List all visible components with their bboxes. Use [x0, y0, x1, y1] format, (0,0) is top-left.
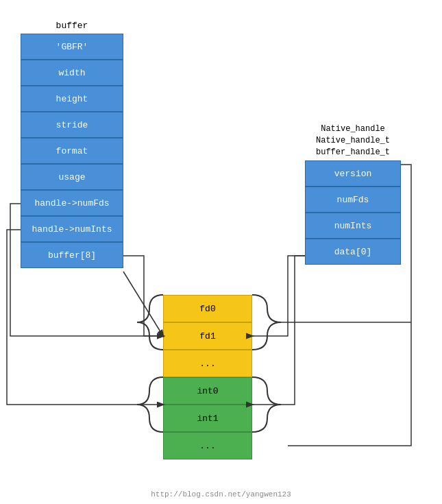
int-group: int0 int1 ...: [163, 377, 252, 459]
native-label-line3: buffer_handle_t: [305, 147, 401, 158]
native-label-line2: Native_handle_t: [305, 135, 401, 147]
buffer-cell-height: height: [21, 86, 123, 112]
native-cell-data0: data[0]: [305, 239, 401, 265]
buffer-cell-buffer8: buffer[8]: [21, 242, 123, 268]
watermark: http://blog.csdn.net/yangwen123: [151, 490, 291, 499]
buffer-label: buffer: [21, 21, 123, 31]
buffer-cell-stride: stride: [21, 112, 123, 138]
int-cell-1: int1: [163, 405, 252, 432]
buffer-cell-numints: handle->numInts: [21, 216, 123, 242]
buffer-cell-format: format: [21, 138, 123, 164]
int-cell-dots: ...: [163, 432, 252, 459]
buffer-cell-width: width: [21, 60, 123, 86]
buffer-cell-usage: usage: [21, 164, 123, 190]
buffer-column: buffer 'GBFR' width height stride format…: [21, 21, 123, 268]
buffer-cell-gbfr: 'GBFR': [21, 34, 123, 60]
buffer-cell-numfds: handle->numFds: [21, 190, 123, 216]
native-cell-version: version: [305, 160, 401, 187]
int-cell-0: int0: [163, 377, 252, 405]
native-label: Native_handle Native_handle_t buffer_han…: [305, 123, 401, 158]
svg-line-0: [123, 272, 163, 336]
fd-cell-1: fd1: [163, 322, 252, 350]
native-cell-numints: numInts: [305, 213, 401, 239]
native-column: Native_handle Native_handle_t buffer_han…: [305, 123, 401, 265]
fd-group: fd0 fd1 ...: [163, 295, 252, 377]
native-label-line1: Native_handle: [305, 123, 401, 135]
native-cell-numfds: numFds: [305, 187, 401, 213]
fd-cell-dots: ...: [163, 350, 252, 377]
diagram-container: buffer 'GBFR' width height stride format…: [0, 0, 442, 504]
fd-cell-0: fd0: [163, 295, 252, 322]
